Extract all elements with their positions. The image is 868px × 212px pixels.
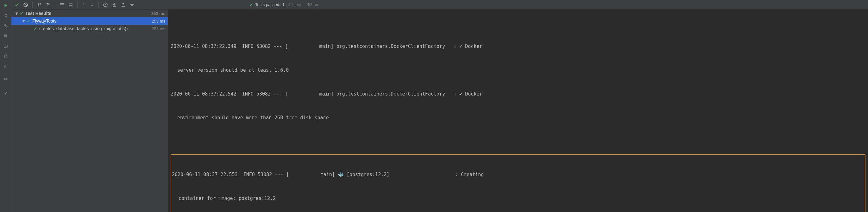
console-pre: 2020-06-11 08:37:22.349 INFO 53082 --- […	[170, 27, 865, 138]
svg-rect-9	[6, 78, 7, 79]
chevron-down-icon[interactable]: ▾	[14, 11, 19, 16]
export-results-icon[interactable]	[120, 1, 127, 8]
tree-suite-duration: 253 ms	[152, 19, 165, 24]
check-icon	[19, 11, 24, 16]
import-results-icon[interactable]	[111, 1, 118, 8]
collapse-all-icon[interactable]	[67, 1, 74, 8]
settings-icon[interactable]	[128, 1, 135, 8]
tree-root[interactable]: ▾ Test Results 253 ms	[11, 9, 168, 17]
rerun-icon[interactable]	[3, 13, 8, 19]
status-count: 1	[282, 2, 285, 7]
chevron-down-icon[interactable]: ▾	[21, 19, 26, 24]
svg-rect-7	[4, 78, 5, 79]
log-line: 2020-06-11 08:37:22.553 INFO 53082 --- […	[172, 171, 864, 179]
highlighted-log-block: 2020-06-11 08:37:22.553 INFO 53082 --- […	[170, 154, 865, 212]
svg-rect-3	[4, 45, 7, 47]
log-line: environment should have more than 2GB fr…	[170, 114, 865, 122]
tree-test-duration: 253 ms	[152, 26, 165, 31]
svg-point-4	[5, 46, 6, 47]
check-icon	[26, 19, 30, 23]
pin-icon[interactable]	[3, 90, 8, 96]
stop-icon[interactable]	[3, 33, 8, 39]
svg-point-13	[131, 4, 133, 5]
prev-failed-icon[interactable]	[81, 1, 87, 8]
expand-all-icon[interactable]	[58, 1, 65, 8]
next-failed-icon[interactable]	[89, 1, 95, 8]
log-line: server version should be at least 1.6.0	[170, 66, 865, 74]
svg-rect-2	[4, 34, 7, 37]
status-suffix: of 1 test – 253 ms	[286, 2, 319, 7]
filter-passed-button[interactable]	[13, 1, 20, 8]
check-icon	[33, 26, 37, 31]
history-icon[interactable]	[102, 1, 109, 8]
log-line: container for image: postgres:12.2	[172, 194, 864, 203]
camera-icon[interactable]	[3, 43, 8, 49]
filter-ignored-button[interactable]	[22, 1, 29, 8]
toggle-icon[interactable]	[3, 23, 8, 29]
tree-root-label: Test Results	[25, 11, 151, 16]
status-prefix: Tests passed:	[255, 2, 280, 7]
tree-suite-label: FlywayTests	[32, 19, 152, 24]
tree-test-label: creates_database_tables_using_migrations…	[39, 26, 152, 31]
layout-icon[interactable]	[3, 77, 8, 82]
log-line: 2020-06-11 08:37:22.349 INFO 53082 --- […	[170, 43, 865, 50]
check-icon	[249, 3, 253, 7]
test-tree[interactable]: ▾ Test Results 253 ms ▾ FlywayTests 253 …	[11, 9, 168, 212]
test-status-bar: Tests passed: 1 of 1 test – 253 ms	[249, 2, 319, 7]
tree-root-duration: 253 ms	[151, 11, 165, 16]
svg-point-5	[4, 55, 7, 58]
svg-rect-10	[6, 79, 7, 80]
log-line: 2020-06-11 08:37:22.542 INFO 53082 --- […	[170, 90, 865, 98]
svg-rect-8	[4, 79, 5, 80]
tree-test[interactable]: creates_database_tables_using_migrations…	[11, 25, 168, 32]
export-icon[interactable]	[3, 63, 8, 69]
left-icon-strip	[0, 0, 11, 212]
test-toolbar: Tests passed: 1 of 1 test – 253 ms	[11, 0, 868, 9]
run-icon[interactable]	[3, 3, 8, 8]
sort-down-icon[interactable]	[36, 1, 43, 8]
sort-up-icon[interactable]	[44, 1, 52, 8]
bug-icon[interactable]	[3, 53, 8, 59]
console-output[interactable]: 2020-06-11 08:37:22.349 INFO 53082 --- […	[168, 9, 868, 212]
tree-suite[interactable]: ▾ FlywayTests 253 ms	[11, 17, 168, 25]
